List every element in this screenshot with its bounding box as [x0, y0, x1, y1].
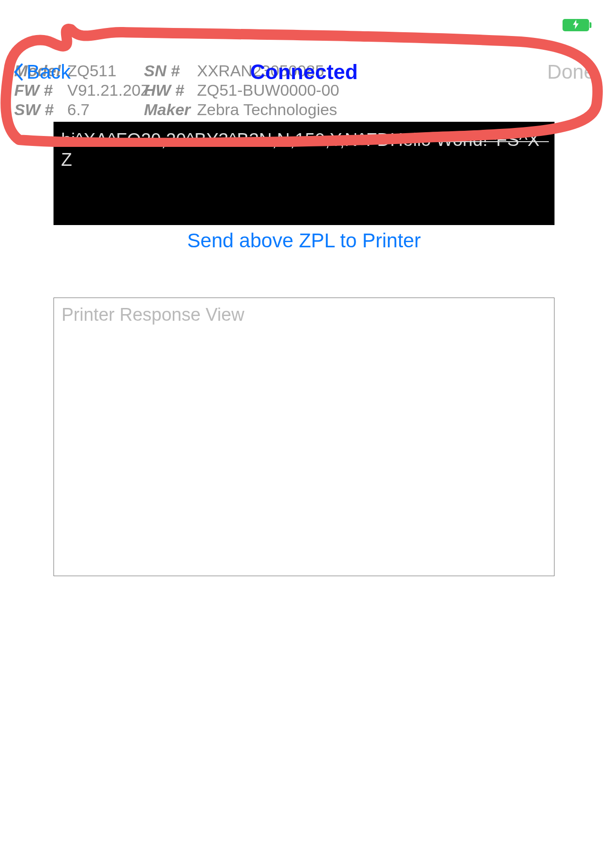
maker-label: Maker [144, 100, 191, 119]
nav-bar: Back Connected Done [0, 58, 608, 86]
back-button[interactable]: Back [13, 61, 71, 83]
status-bar [563, 19, 589, 31]
sw-label: SW # [14, 100, 62, 119]
zpl-input[interactable]: hi^XA^FO20,20^BY3^B3N,N,150,Y,N^FDHello … [54, 122, 554, 225]
chevron-left-icon [13, 63, 24, 81]
back-label: Back [27, 61, 71, 83]
page-title: Connected [250, 60, 358, 84]
lightning-icon [573, 20, 579, 31]
sw-value: 6.7 [67, 100, 138, 119]
printer-response-view[interactable]: Printer Response View [54, 298, 554, 576]
zpl-strike-annotation [59, 141, 549, 142]
send-zpl-button[interactable]: Send above ZPL to Printer [0, 229, 608, 252]
response-placeholder: Printer Response View [62, 305, 244, 325]
zpl-content: hi^XA^FO20,20^BY3^B3N,N,150,Y,N^FDHello … [61, 130, 539, 170]
battery-charging-icon [563, 19, 589, 31]
done-button[interactable]: Done [547, 61, 595, 83]
maker-value: Zebra Technologies [197, 100, 339, 119]
